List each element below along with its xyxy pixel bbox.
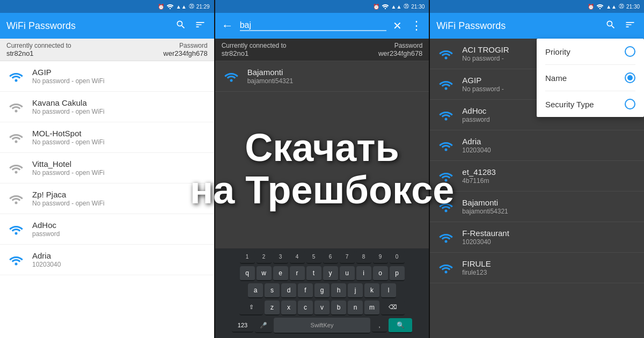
back-icon[interactable]: ← (219, 17, 236, 35)
list-item[interactable]: FIRULE firule123 (430, 253, 644, 283)
key-f[interactable]: f (298, 283, 313, 298)
key-j[interactable]: j (348, 283, 363, 298)
key-e[interactable]: e (273, 266, 288, 281)
wifi-name: Adria (462, 137, 638, 146)
wifi-icon (6, 67, 26, 86)
key-z[interactable]: z (265, 300, 280, 315)
list-item[interactable]: Kavana Cakula No password - open WiFi (0, 92, 214, 122)
svg-point-5 (15, 202, 18, 204)
wifi-sub: password (462, 116, 638, 123)
key-mic[interactable]: 🎤 (255, 319, 272, 333)
key-r[interactable]: r (290, 266, 305, 281)
time-display: 21:30 (626, 4, 640, 10)
wifi-icon (436, 44, 456, 63)
clear-icon[interactable]: ✕ (391, 17, 404, 34)
list-item[interactable]: AGIP No password - open WiFi (0, 61, 214, 92)
svg-point-10 (599, 8, 601, 9)
list-item[interactable]: Adria 10203040 (0, 245, 214, 275)
wifi-sub: 10203040 (462, 238, 638, 246)
screen2: ⏰ ▲▲ ⑳ 21:30 ← ✕ ⋮ (215, 0, 429, 338)
key-p[interactable]: p (390, 266, 405, 281)
key-h[interactable]: h (331, 283, 346, 298)
status-icons: ⏰ ▲▲ ⑳ 21:30 (588, 3, 640, 10)
keyboard-row3: ⇧ z x c v b n m ⌫ (216, 300, 428, 315)
key-y[interactable]: y (323, 266, 338, 281)
filter-icon[interactable] (623, 17, 638, 35)
battery-icon: ⑳ (189, 3, 194, 10)
wifi-icon (436, 227, 456, 247)
key-n[interactable]: n (348, 300, 363, 315)
wifi-name: Bajamonti (462, 198, 638, 207)
svg-point-18 (445, 271, 448, 274)
list-item[interactable]: Bajamonti bajamonti54321 (430, 192, 644, 222)
key-i[interactable]: i (356, 266, 371, 281)
key-comma[interactable]: , (372, 319, 387, 333)
signal-icon: ▲▲ (176, 4, 187, 10)
wifi-name: Vitta_Hotel (32, 159, 208, 168)
wifi-sub: No password - open WiFi (32, 77, 208, 85)
wifi-name: MOL-HotSpot (32, 129, 208, 138)
key-t[interactable]: t (306, 266, 321, 281)
filter-icon[interactable] (193, 17, 208, 35)
key-k[interactable]: k (364, 283, 379, 298)
password-label: Password (163, 42, 207, 49)
wifi-status-icon (166, 3, 174, 10)
list-item[interactable]: Adria 10203040 (430, 130, 644, 161)
search-icon[interactable] (173, 17, 188, 35)
key-o[interactable]: o (373, 266, 388, 281)
key-a[interactable]: a (248, 283, 263, 298)
list-item[interactable]: AdHoc password (0, 214, 214, 245)
screen2-connected-banner: Currently connected to str82no1 Password… (215, 39, 429, 61)
search-input[interactable] (240, 20, 387, 31)
svg-point-15 (445, 179, 448, 182)
svg-point-13 (445, 118, 448, 121)
radio-priority[interactable] (625, 46, 635, 57)
search-icon[interactable] (603, 17, 618, 35)
battery-icon: ⑳ (404, 3, 409, 10)
key-x[interactable]: x (281, 300, 296, 315)
svg-point-9 (230, 79, 232, 82)
wifi-info: FIRULE firule123 (462, 259, 638, 276)
list-item[interactable]: MOL-HotSpot No password - open WiFi (0, 122, 214, 153)
radio-security[interactable] (625, 99, 635, 109)
screen1-header: WiFi Passwords (0, 13, 214, 39)
sort-dropdown-menu: Priority Name Security Type (537, 39, 644, 117)
wifi-name: Zp! Pjaca (32, 190, 208, 199)
svg-point-12 (445, 87, 448, 90)
key-w[interactable]: w (257, 266, 272, 281)
key-d[interactable]: d (281, 283, 296, 298)
key-c[interactable]: c (298, 300, 313, 315)
key-b[interactable]: b (331, 300, 346, 315)
key-m[interactable]: m (364, 300, 379, 315)
key-search[interactable]: 🔍 (389, 318, 412, 333)
list-item[interactable]: Bajamonti bajamonti54321 (215, 61, 429, 92)
svg-point-6 (15, 232, 18, 235)
keyboard-bottom-row: 123 🎤 SwiftKey , 🔍 (216, 318, 428, 334)
key-q[interactable]: q (240, 266, 255, 281)
list-item[interactable]: F-Restaurant 10203040 (430, 222, 644, 253)
dropdown-item-name[interactable]: Name (537, 65, 644, 91)
wifi-status-icon (382, 3, 389, 10)
wifi-icon (436, 75, 456, 94)
wifi-info: AGIP No password - open WiFi (32, 68, 208, 85)
more-icon[interactable]: ⋮ (408, 17, 425, 35)
radio-name[interactable] (625, 72, 635, 83)
key-space[interactable]: SwiftKey (274, 318, 370, 334)
key-backspace[interactable]: ⌫ (381, 300, 405, 315)
key-g[interactable]: g (314, 283, 330, 298)
key-shift[interactable]: ⇧ (239, 300, 263, 315)
wifi-info: Bajamonti bajamonti54321 (247, 68, 423, 85)
list-item[interactable]: Vitta_Hotel No password - open WiFi (0, 153, 214, 183)
dropdown-item-security[interactable]: Security Type (537, 91, 644, 117)
key-l[interactable]: l (381, 283, 396, 298)
key-1-hint: 1 (240, 251, 255, 264)
key-s[interactable]: s (265, 283, 280, 298)
list-item[interactable]: et_41283 4b7116m (430, 161, 644, 192)
key-v[interactable]: v (314, 300, 330, 315)
key-123[interactable]: 123 (232, 319, 253, 333)
key-u[interactable]: u (340, 266, 355, 281)
wifi-info: Adria 10203040 (462, 137, 638, 154)
list-item[interactable]: Zp! Pjaca No password - open WiFi (0, 183, 214, 214)
dropdown-item-priority[interactable]: Priority (537, 39, 644, 64)
connected-network: str82no1 (6, 49, 71, 57)
